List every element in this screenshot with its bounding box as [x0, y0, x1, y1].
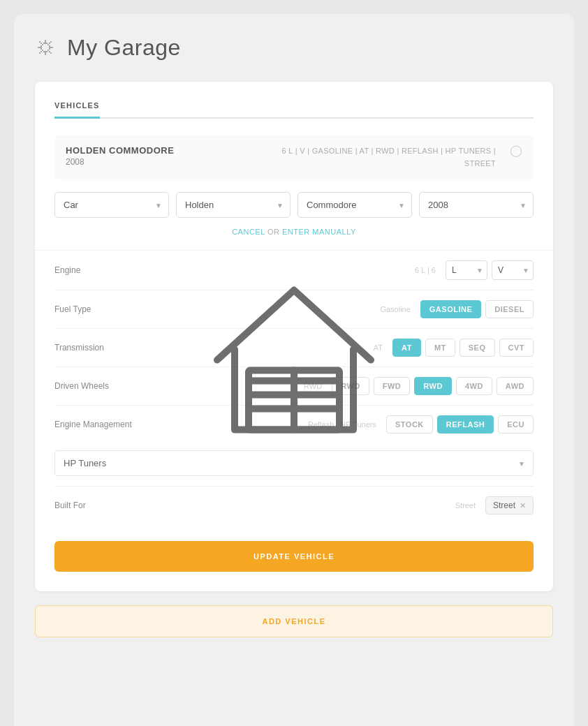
wheels-4wd-button[interactable]: 4WD	[456, 377, 492, 395]
cancel-link[interactable]: CANCEL	[232, 228, 265, 236]
type-select-wrap: Car Truck SUV ▼	[54, 192, 169, 218]
app-container: ⛭ My Garage Vehicles HOLDEN COMMODORE 20…	[14, 14, 574, 726]
built-for-row: Built For Street Street ✕	[54, 487, 534, 524]
displacement-select[interactable]: L	[446, 260, 487, 280]
engine-controls: 6 L | 6 L ▼ V I ▼	[180, 260, 534, 280]
vehicle-header: HOLDEN COMMODORE 2008 6 L | V | GASOLINE…	[54, 135, 534, 179]
trans-mt-button[interactable]: MT	[425, 339, 455, 357]
em-stock-button[interactable]: STOCK	[386, 415, 433, 434]
model-select-wrap: Commodore ▼	[297, 192, 412, 218]
cylinder-select-wrap: V I ▼	[492, 260, 534, 280]
main-card: Vehicles HOLDEN COMMODORE 2008 6 L | V |…	[35, 82, 553, 591]
engine-management-hint: Reflash | HP Tuners	[308, 420, 376, 429]
cylinder-select[interactable]: V I	[492, 260, 534, 280]
built-for-tag: Street ✕	[485, 496, 534, 514]
wheels-rwd-button1[interactable]: RWD	[332, 377, 369, 395]
year-select-wrap: 2008 ▼	[419, 192, 534, 218]
driven-wheels-label: Driven Wheels	[54, 381, 180, 391]
built-for-tag-close[interactable]: ✕	[520, 501, 526, 510]
built-for-label: Built For	[54, 501, 180, 510]
year-select[interactable]: 2008	[419, 192, 534, 218]
engine-hint: 6 L | 6	[415, 266, 436, 274]
hp-tuners-select[interactable]: HP Tuners	[54, 450, 534, 476]
transmission-controls: AT AT MT SEQ CVT	[180, 339, 534, 357]
built-for-hint: Street	[455, 501, 476, 510]
vehicle-specs: 6 L | V | GASOLINE | AT | RWD | REFLASH …	[282, 145, 497, 170]
trans-cvt-button[interactable]: CVT	[499, 339, 534, 357]
driven-wheels-hint: RWD	[304, 382, 322, 390]
hp-tuners-row: HP Tuners ▼	[54, 443, 534, 487]
fuel-gasoline-button[interactable]: GASOLINE	[420, 300, 481, 318]
wheels-fwd-button[interactable]: FWD	[374, 377, 411, 395]
transmission-hint: AT	[374, 343, 383, 352]
wheels-awd-button[interactable]: AWD	[497, 377, 534, 395]
app-title: My Garage	[67, 35, 181, 61]
em-reflash-button[interactable]: REFLASH	[437, 415, 494, 434]
make-select-wrap: Holden ▼	[176, 192, 291, 218]
fuel-type-controls: Gasoline GASOLINE DIESEL	[180, 300, 534, 318]
type-select[interactable]: Car Truck SUV	[54, 192, 169, 218]
fuel-type-label: Fuel Type	[54, 304, 180, 314]
hp-tuners-select-wrap: HP Tuners ▼	[54, 450, 534, 476]
vehicle-name-section: HOLDEN COMMODORE 2008	[66, 145, 174, 167]
engine-management-label: Engine Management	[54, 420, 180, 429]
transmission-row: Transmission AT AT MT SEQ CVT	[54, 329, 534, 367]
built-for-controls: Street Street ✕	[180, 496, 534, 514]
driven-wheels-row: Driven Wheels RWD RWD FWD RWD 4WD AWD	[54, 367, 534, 406]
trans-at-button[interactable]: AT	[392, 339, 421, 357]
transmission-label: Transmission	[54, 343, 180, 353]
fuel-diesel-button[interactable]: DIESEL	[485, 300, 534, 318]
displacement-select-wrap: L ▼	[446, 260, 487, 280]
wheels-rwd-button2[interactable]: RWD	[414, 377, 452, 395]
fuel-type-row: Fuel Type Gasoline GASOLINE DIESEL	[54, 290, 534, 329]
update-vehicle-button[interactable]: UPDATE VEHICLE	[54, 541, 534, 572]
vehicle-name: HOLDEN COMMODORE	[66, 145, 174, 156]
enter-manually-link[interactable]: ENTER MANUALLY	[282, 228, 356, 236]
app-header: ⛭ My Garage	[35, 35, 553, 61]
fuel-type-hint: Gasoline	[380, 305, 410, 313]
separator: OR	[267, 228, 282, 236]
selector-row: Car Truck SUV ▼ Holden ▼ Commodore ▼	[54, 192, 534, 218]
engine-row: Engine 6 L | 6 L ▼ V I ▼	[54, 251, 534, 290]
built-for-tag-text: Street	[493, 501, 515, 510]
vehicle-close-button[interactable]: ◯	[510, 145, 522, 156]
trans-seq-button[interactable]: SEQ	[460, 339, 495, 357]
model-select[interactable]: Commodore	[297, 192, 412, 218]
make-select[interactable]: Holden	[176, 192, 291, 218]
steering-wheel-icon: ⛭	[35, 35, 57, 61]
manual-links: CANCEL OR ENTER MANUALLY	[54, 228, 534, 236]
tab-bar: Vehicles	[54, 98, 534, 119]
engine-management-row: Engine Management Reflash | HP Tuners ST…	[54, 406, 534, 443]
vehicle-specs-line1: 6 L | V | GASOLINE | AT | RWD | REFLASH …	[282, 145, 497, 158]
engine-management-controls: Reflash | HP Tuners STOCK REFLASH ECU	[180, 415, 534, 434]
add-vehicle-button[interactable]: ADD VEHICLE	[35, 605, 553, 637]
em-ecu-button[interactable]: ECU	[498, 415, 534, 434]
engine-label: Engine	[54, 265, 180, 275]
tab-vehicles[interactable]: Vehicles	[54, 101, 100, 119]
driven-wheels-controls: RWD RWD FWD RWD 4WD AWD	[180, 377, 534, 395]
vehicle-specs-line2: STREET	[282, 158, 497, 170]
vehicle-year: 2008	[66, 157, 174, 167]
